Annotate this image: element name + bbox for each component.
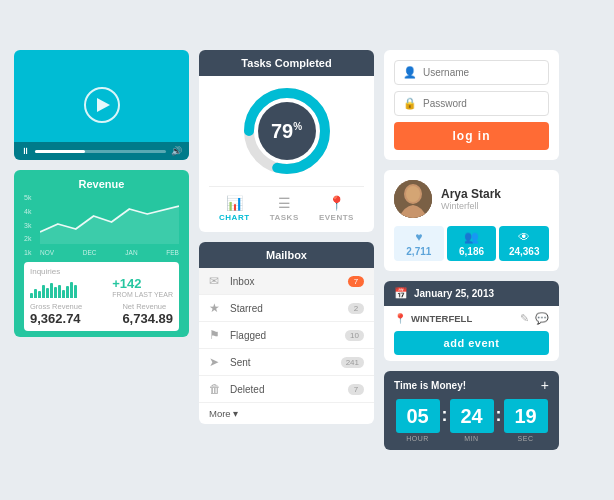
inquiries-label: Inquiries xyxy=(30,267,173,276)
mail-more[interactable]: More ▾ xyxy=(199,403,374,424)
chart-x-labels: NOV DEC JAN FEB xyxy=(40,249,179,256)
stat-views[interactable]: 👁 24,363 xyxy=(499,226,549,261)
countdown-header: Time is Money! + xyxy=(384,371,559,399)
chart-icon: 📊 xyxy=(226,195,243,211)
profile-card: Arya Stark Winterfell ♥ 2,711 👥 6,186 👁 … xyxy=(384,170,559,271)
username-field[interactable]: 👤 xyxy=(394,60,549,85)
chart-area: 5k 4k 3k 2k 1k NOV DEC JAN FEB xyxy=(24,194,179,256)
mail-item-starred[interactable]: ★ Starred 2 xyxy=(199,295,374,322)
mailbox-card: Mailbox ✉ Inbox 7 ★ Starred 2 ⚑ Flagged … xyxy=(199,242,374,424)
sent-icon: ➤ xyxy=(209,355,223,369)
password-input[interactable] xyxy=(423,98,540,109)
tab-tasks[interactable]: ☰ TASKS xyxy=(270,195,299,222)
tasks-header: Tasks Completed xyxy=(199,50,374,76)
avatar xyxy=(394,180,432,218)
inquiry-count: +142 xyxy=(112,276,173,291)
date-text: January 25, 2013 xyxy=(414,288,494,299)
countdown-secs: 19 SEC xyxy=(504,399,548,442)
flagged-icon: ⚑ xyxy=(209,328,223,342)
column-3: 👤 🔒 log in xyxy=(384,50,559,450)
secs-value: 19 xyxy=(504,399,548,433)
friends-icon: 👥 xyxy=(464,230,479,244)
location-row: 📍 WINTERFELL ✎ 💬 xyxy=(394,312,549,325)
net-revenue: Net Revenue 6,734.89 xyxy=(122,302,173,326)
profile-info: Arya Stark Winterfell xyxy=(394,180,549,218)
chat-icon[interactable]: 💬 xyxy=(535,312,549,325)
lock-icon: 🔒 xyxy=(403,97,417,110)
add-event-button[interactable]: add event xyxy=(394,331,549,355)
date-header: 📅 January 25, 2013 xyxy=(384,281,559,306)
video-player: ⏸ 🔊 xyxy=(14,50,189,160)
volume-icon[interactable]: 🔊 xyxy=(171,146,182,156)
starred-icon: ★ xyxy=(209,301,223,315)
username-input[interactable] xyxy=(423,67,540,78)
hours-label: HOUR xyxy=(406,435,429,442)
deleted-icon: 🗑 xyxy=(209,382,223,396)
stat-friends[interactable]: 👥 6,186 xyxy=(447,226,497,261)
mail-item-inbox[interactable]: ✉ Inbox 7 xyxy=(199,268,374,295)
bar-chart-mini xyxy=(30,280,106,298)
location-text: WINTERFELL xyxy=(411,313,515,324)
views-count: 24,363 xyxy=(509,246,540,257)
location-icon: 📍 xyxy=(394,313,406,324)
date-card: 📅 January 25, 2013 📍 WINTERFELL ✎ 💬 add … xyxy=(384,281,559,361)
heart-icon: ♥ xyxy=(415,230,422,244)
login-button[interactable]: log in xyxy=(394,122,549,150)
separator-2: : xyxy=(496,405,502,426)
login-card: 👤 🔒 log in xyxy=(384,50,559,160)
mailbox-header: Mailbox xyxy=(199,242,374,268)
hours-value: 05 xyxy=(396,399,440,433)
tasks-card: Tasks Completed 79% 📊 xyxy=(199,50,374,232)
column-2: Tasks Completed 79% 📊 xyxy=(199,50,374,450)
profile-name: Arya Stark xyxy=(441,187,501,201)
revenue-stats: Inquiries xyxy=(24,262,179,331)
pause-button[interactable]: ⏸ xyxy=(21,146,30,156)
mail-item-flagged[interactable]: ⚑ Flagged 10 xyxy=(199,322,374,349)
countdown-title: Time is Money! xyxy=(394,380,466,391)
from-last-label: FROM LAST YEAR xyxy=(112,291,173,298)
tab-chart[interactable]: 📊 CHART xyxy=(219,195,250,222)
tab-events[interactable]: 📍 EVENTS xyxy=(319,195,354,222)
likes-count: 2,711 xyxy=(406,246,431,257)
mail-item-sent[interactable]: ➤ Sent 241 xyxy=(199,349,374,376)
tasks-body: 79% 📊 CHART ☰ TASKS 📍 EVENTS xyxy=(199,76,374,232)
friends-count: 6,186 xyxy=(459,246,484,257)
edit-icon[interactable]: ✎ xyxy=(520,312,529,325)
views-icon: 👁 xyxy=(518,230,530,244)
password-field[interactable]: 🔒 xyxy=(394,91,549,116)
events-icon: 📍 xyxy=(328,195,345,211)
column-1: ⏸ 🔊 Revenue 5k 4k 3k 2k 1k xyxy=(14,50,189,450)
separator-1: : xyxy=(442,405,448,426)
calendar-icon: 📅 xyxy=(394,287,408,300)
gross-revenue: Gross Revenue 9,362.74 xyxy=(30,302,82,326)
countdown-mins: 24 MIN xyxy=(450,399,494,442)
progress-bar[interactable] xyxy=(35,150,166,153)
chart-y-labels: 5k 4k 3k 2k 1k xyxy=(24,194,31,256)
secs-label: SEC xyxy=(518,435,534,442)
svg-point-4 xyxy=(406,186,420,202)
countdown-hours: 05 HOUR xyxy=(396,399,440,442)
progress-fill xyxy=(35,150,85,153)
countdown-card: Time is Money! + 05 HOUR : 24 MIN : 19 S… xyxy=(384,371,559,450)
mail-item-deleted[interactable]: 🗑 Deleted 7 xyxy=(199,376,374,403)
revenue-bottom: Gross Revenue 9,362.74 Net Revenue 6,734… xyxy=(30,302,173,326)
inbox-icon: ✉ xyxy=(209,274,223,288)
date-body: 📍 WINTERFELL ✎ 💬 add event xyxy=(384,306,559,361)
countdown-numbers: 05 HOUR : 24 MIN : 19 SEC xyxy=(384,399,559,450)
tasks-tabs: 📊 CHART ☰ TASKS 📍 EVENTS xyxy=(209,186,364,222)
donut-label: 79% xyxy=(258,102,316,160)
donut-chart: 79% xyxy=(242,86,332,176)
video-controls: ⏸ 🔊 xyxy=(14,142,189,160)
countdown-add[interactable]: + xyxy=(541,377,549,393)
chart-svg xyxy=(40,194,179,244)
stat-likes[interactable]: ♥ 2,711 xyxy=(394,226,444,261)
profile-stats: ♥ 2,711 👥 6,186 👁 24,363 xyxy=(394,226,549,261)
inquiries-section: +142 FROM LAST YEAR xyxy=(30,276,173,298)
revenue-title: Revenue xyxy=(24,178,179,190)
revenue-card: Revenue 5k 4k 3k 2k 1k NOV DEC xyxy=(14,170,189,337)
play-button[interactable] xyxy=(84,87,120,123)
mins-label: MIN xyxy=(464,435,478,442)
tasks-icon: ☰ xyxy=(278,195,291,211)
user-icon: 👤 xyxy=(403,66,417,79)
mins-value: 24 xyxy=(450,399,494,433)
